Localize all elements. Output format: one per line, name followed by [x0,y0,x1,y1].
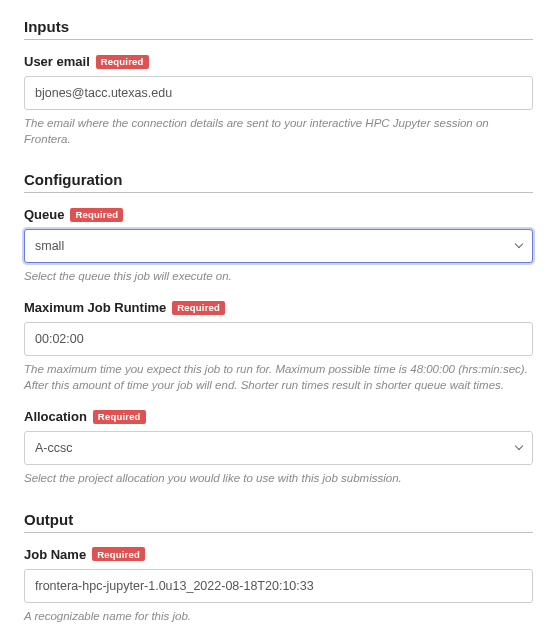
user-email-input[interactable] [24,76,533,110]
required-badge: Required [92,547,145,561]
user-email-label: User email [24,54,90,69]
max-runtime-help: The maximum time you expect this job to … [24,361,533,393]
section-inputs-title: Inputs [24,18,533,40]
allocation-help: Select the project allocation you would … [24,470,533,486]
field-user-email: User email Required The email where the … [24,54,533,147]
required-badge: Required [96,55,149,69]
field-allocation: Allocation Required A-ccsc Select the pr… [24,409,533,486]
job-name-help: A recognizable name for this job. [24,608,533,624]
job-name-label: Job Name [24,547,86,562]
max-runtime-input[interactable] [24,322,533,356]
field-job-name: Job Name Required A recognizable name fo… [24,547,533,624]
allocation-label: Allocation [24,409,87,424]
section-configuration-title: Configuration [24,171,533,193]
required-badge: Required [93,410,146,424]
field-max-runtime: Maximum Job Runtime Required The maximum… [24,300,533,393]
required-badge: Required [70,208,123,222]
required-badge: Required [172,301,225,315]
queue-label: Queue [24,207,64,222]
queue-help: Select the queue this job will execute o… [24,268,533,284]
allocation-select[interactable]: A-ccsc [24,431,533,465]
job-name-input[interactable] [24,569,533,603]
user-email-help: The email where the connection details a… [24,115,533,147]
max-runtime-label: Maximum Job Runtime [24,300,166,315]
field-queue: Queue Required small Select the queue th… [24,207,533,284]
queue-select[interactable]: small [24,229,533,263]
section-output-title: Output [24,511,533,533]
